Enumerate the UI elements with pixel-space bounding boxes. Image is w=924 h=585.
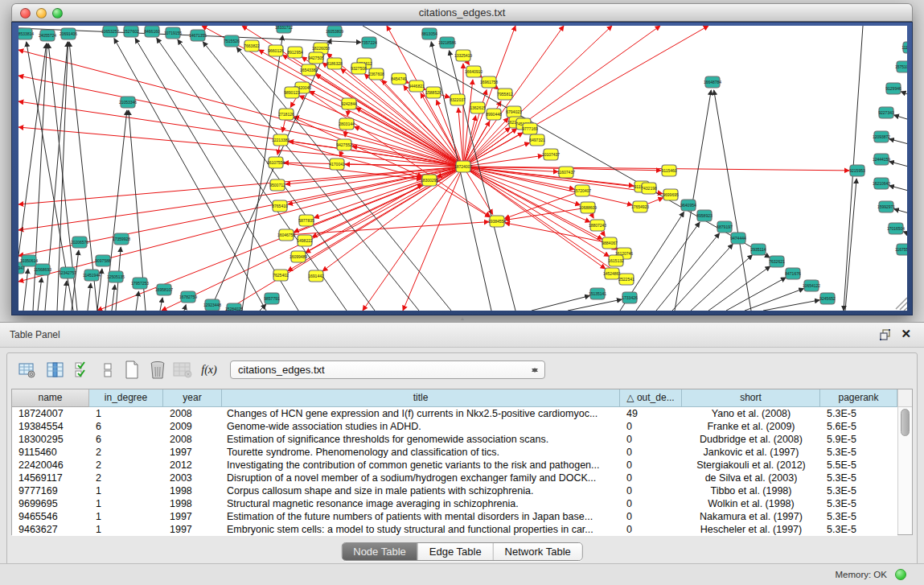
graph-node[interactable]: 17654923 xyxy=(631,201,649,212)
graph-edge[interactable] xyxy=(532,295,589,311)
select-all-checks-icon[interactable] xyxy=(72,360,93,381)
graph-node[interactable]: 8990448 xyxy=(486,109,502,120)
graph-node[interactable]: 9242844 xyxy=(341,98,357,109)
graph-node[interactable]: 9215953 xyxy=(849,165,865,176)
table-cell[interactable]: 5.3E-5 xyxy=(820,497,897,510)
graph-edge[interactable] xyxy=(656,233,720,311)
table-cell[interactable]: 5.3E-5 xyxy=(820,407,897,420)
graph-node[interactable]: 16961758 xyxy=(480,76,498,88)
table-cell[interactable]: 0 xyxy=(620,510,682,523)
graph-node[interactable]: 8912954 xyxy=(287,47,303,58)
graph-node[interactable]: 9890123 xyxy=(284,87,300,98)
graph-node[interactable]: 9474444 xyxy=(730,233,746,244)
graph-node[interactable]: 12505135 xyxy=(107,271,125,282)
graph-node[interactable]: 17957253 xyxy=(131,278,149,289)
graph-node[interactable]: 8186328 xyxy=(326,58,343,69)
table-cell[interactable]: 0 xyxy=(620,472,682,484)
table-cell[interactable]: 9777169 xyxy=(12,484,89,497)
graph-node[interactable]: 10688609 xyxy=(579,202,597,213)
graph-node[interactable]: 16107554 xyxy=(267,157,285,168)
table-cell[interactable]: Investigating the contribution of common… xyxy=(222,459,620,472)
graph-edge[interactable] xyxy=(136,291,139,311)
graph-node[interactable]: 20691406 xyxy=(60,28,77,39)
graph-node[interactable]: 1362615 xyxy=(470,102,486,113)
table-cell[interactable]: 19384554 xyxy=(12,420,89,433)
graph-edge[interactable] xyxy=(896,298,907,309)
tab-node-table[interactable]: Node Table xyxy=(342,543,417,560)
table-cell[interactable]: 1998 xyxy=(163,484,222,497)
graph-node[interactable]: 15720407 xyxy=(573,185,591,196)
table-cell[interactable]: Franke et al. (2009) xyxy=(682,420,820,433)
table-cell[interactable]: Stergiakouli et al. (2012) xyxy=(682,459,820,472)
table-cell[interactable]: Corpus callosum shape and size in male p… xyxy=(222,484,620,497)
graph-node[interactable]: 8466160 xyxy=(144,26,160,37)
graph-node[interactable]: 6497321 xyxy=(529,134,545,146)
network-table-selector[interactable]: citations_edges.txt xyxy=(230,360,545,379)
column-header-6[interactable]: pagerank xyxy=(820,389,897,407)
graph-node[interactable]: 1733426 xyxy=(622,292,638,303)
table-cell[interactable]: 5.3E-5 xyxy=(820,484,897,497)
table-cell[interactable]: 1997 xyxy=(163,446,222,459)
table-cell[interactable]: 5.9E-5 xyxy=(820,433,897,446)
graph-node[interactable]: 16640910 xyxy=(465,66,483,77)
graph-edge[interactable] xyxy=(904,307,907,311)
graph-edge[interactable] xyxy=(463,26,564,167)
table-cell[interactable]: 1 xyxy=(89,484,163,497)
table-cell[interactable]: 5.5E-5 xyxy=(820,459,897,472)
table-row[interactable]: 946362711997Embryonic stem cells: a mode… xyxy=(12,523,897,536)
graph-edge[interactable] xyxy=(298,184,422,257)
graph-edge[interactable] xyxy=(72,250,79,311)
table-row[interactable]: 2242004622012Investigating the contribut… xyxy=(12,459,897,472)
table-cell[interactable]: 22420046 xyxy=(12,459,89,472)
table-cell[interactable]: Embryonic stem cells: a model to study s… xyxy=(222,523,620,536)
graph-node[interactable]: 6879197 xyxy=(717,221,733,233)
table-cell[interactable]: 2009 xyxy=(163,420,222,433)
graph-node[interactable]: 9446821 xyxy=(409,80,425,92)
table-cell[interactable]: Jankovic et al. (1997) xyxy=(682,446,820,459)
column-header-3[interactable]: title xyxy=(222,389,620,407)
graph-node[interactable]: 15135141 xyxy=(589,288,606,299)
table-cell[interactable]: 1998 xyxy=(163,497,222,510)
graph-node[interactable]: 7955812 xyxy=(497,89,513,100)
graph-node[interactable]: 7432198 xyxy=(641,183,657,194)
graph-node[interactable]: 16099489 xyxy=(290,251,307,262)
table-cell[interactable]: 9699695 xyxy=(12,497,89,510)
graph-edge[interactable] xyxy=(463,117,508,167)
graph-node[interactable]: 24055724 xyxy=(39,30,56,41)
graph-edge[interactable] xyxy=(114,39,266,311)
table-cell[interactable]: Estimation of the future numbers of pati… xyxy=(222,510,620,523)
table-cell[interactable]: 2 xyxy=(89,446,163,459)
column-header-4[interactable]: △ out_de... xyxy=(620,389,682,407)
graph-node[interactable]: 11173456 xyxy=(901,42,907,53)
graph-node[interactable]: 11607437 xyxy=(557,167,575,178)
graph-node[interactable]: 9097588 xyxy=(95,255,111,266)
table-cell[interactable]: 5.3E-5 xyxy=(820,446,897,459)
window-titlebar[interactable]: citations_edges.txt xyxy=(11,3,913,22)
graph-node[interactable]: 12444159 xyxy=(873,154,890,165)
graph-edge[interactable] xyxy=(763,300,819,311)
table-row[interactable]: 946554611997Estimation of the future num… xyxy=(12,510,897,523)
graph-edge[interactable] xyxy=(160,298,162,311)
table-cell[interactable]: 2 xyxy=(89,459,163,472)
graph-node[interactable]: 10350614 xyxy=(20,255,38,266)
table-cell[interactable]: 9463627 xyxy=(12,523,89,536)
graph-node[interactable]: 10107437 xyxy=(542,149,560,160)
table-cell[interactable]: 0 xyxy=(620,420,682,433)
graph-edge[interactable] xyxy=(18,167,463,282)
function-builder-icon[interactable]: f(x) xyxy=(199,360,220,381)
graph-edge[interactable] xyxy=(714,90,751,311)
table-cell[interactable]: 2 xyxy=(89,472,163,484)
table-row[interactable]: 969969511998Structural magnetic resonanc… xyxy=(12,497,897,510)
table-cell[interactable]: 2012 xyxy=(163,459,222,472)
graph-node[interactable]: 10654122 xyxy=(803,280,820,291)
graph-node[interactable]: 1588520 xyxy=(425,87,441,98)
table-row[interactable]: 911546021997Tourette syndrome. Phenomeno… xyxy=(12,446,897,459)
column-header-name[interactable]: name xyxy=(12,389,89,407)
graph-node[interactable]: 7515526 xyxy=(224,35,240,47)
tab-network-table[interactable]: Network Table xyxy=(493,543,582,560)
graph-node[interactable]: 15992971 xyxy=(877,201,895,212)
close-panel-icon[interactable]: ✕ xyxy=(901,327,911,341)
graph-node[interactable]: 12213383 xyxy=(272,134,290,146)
graph-node[interactable]: 18807243 xyxy=(589,220,606,231)
column-header-1[interactable]: in_degree xyxy=(89,389,163,407)
